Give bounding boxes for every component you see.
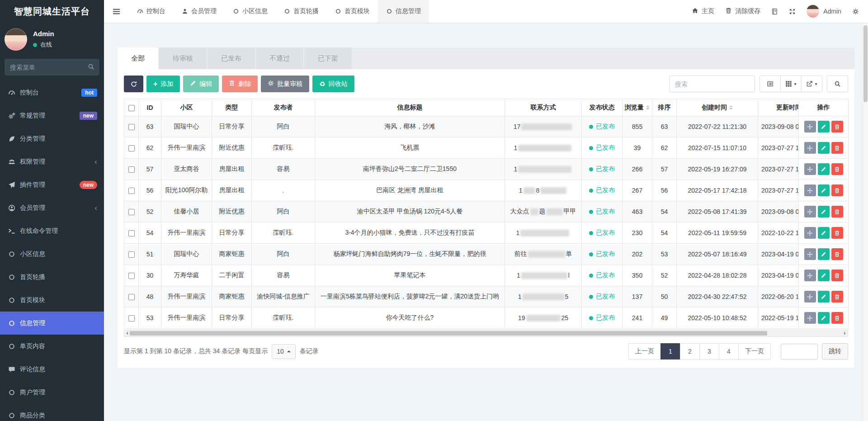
header-views[interactable]: 浏览量	[623, 99, 652, 116]
vertical-scrollbar[interactable]	[863, 23, 868, 421]
row-delete-button[interactable]	[831, 227, 843, 239]
row-delete-button[interactable]	[831, 248, 843, 260]
row-checkbox[interactable]	[128, 273, 135, 279]
row-edit-button[interactable]	[818, 312, 830, 324]
row-checkbox[interactable]	[128, 188, 135, 194]
avatar[interactable]	[5, 28, 27, 51]
row-edit-button[interactable]	[818, 227, 830, 239]
row-edit-button[interactable]	[818, 291, 830, 303]
page-number-button[interactable]: 3	[699, 343, 719, 360]
topbar-nav-item[interactable]: 会员管理	[174, 0, 225, 23]
row-checkbox[interactable]	[128, 166, 135, 173]
sidebar-item[interactable]: 首页轮播	[0, 265, 104, 289]
topbar-nav-item[interactable]: 小区信息	[225, 0, 276, 23]
row-delete-button[interactable]	[831, 163, 843, 175]
topbar-nav-item[interactable]: 首页轮播	[276, 0, 327, 23]
sidebar-item[interactable]: 单页内容	[0, 335, 104, 358]
docs-book-icon[interactable]	[771, 8, 778, 15]
header-title[interactable]: 信息标题	[315, 99, 505, 116]
sidebar-item[interactable]: 小区信息	[0, 242, 104, 265]
hamburger-menu-icon[interactable]	[104, 8, 129, 15]
row-delete-button[interactable]	[831, 312, 843, 324]
row-delete-button[interactable]	[831, 206, 843, 218]
page-number-button[interactable]: 1	[660, 343, 680, 360]
tab[interactable]: 不通过	[256, 47, 303, 69]
sidebar-item[interactable]: 首页模块	[0, 289, 104, 312]
row-delete-button[interactable]	[831, 184, 843, 196]
drag-move-button[interactable]	[804, 184, 816, 196]
sidebar-item[interactable]: 商品分类	[0, 404, 104, 421]
fullscreen-icon[interactable]	[789, 8, 796, 15]
add-button[interactable]: + 添加	[146, 76, 180, 92]
row-delete-button[interactable]	[831, 142, 843, 154]
recycle-bin-button[interactable]: ♻ 回收站	[312, 76, 354, 92]
delete-button[interactable]: 删除	[222, 76, 258, 92]
scrollbar-thumb[interactable]	[130, 331, 767, 336]
row-checkbox[interactable]	[128, 124, 135, 130]
next-page-button[interactable]: 下一页	[738, 343, 771, 360]
tab[interactable]: 待审核	[159, 47, 207, 69]
topbar-nav-item[interactable]: 控制台	[129, 0, 174, 23]
row-delete-button[interactable]	[831, 291, 843, 303]
sidebar-item[interactable]: 会员管理‹	[0, 196, 104, 219]
user-menu[interactable]: Admin	[807, 5, 841, 18]
prev-page-button[interactable]: 上一页	[628, 343, 661, 360]
page-number-button[interactable]: 4	[719, 343, 739, 360]
sidebar-item[interactable]: 权限管理‹	[0, 150, 104, 173]
batch-audit-button[interactable]: 批量审核	[261, 76, 309, 92]
header-id[interactable]: ID	[139, 99, 161, 116]
header-updated[interactable]: 更新时间	[758, 99, 799, 116]
drag-move-button[interactable]	[804, 121, 816, 132]
settings-cogs-icon[interactable]	[852, 8, 859, 15]
clear-cache-link[interactable]: 清除缓存	[725, 7, 760, 15]
scroll-right-arrow-icon[interactable]	[844, 331, 846, 335]
topbar-nav-item[interactable]: 信息管理	[378, 0, 429, 23]
detail-view-button[interactable]	[760, 76, 781, 92]
page-number-button[interactable]: 2	[680, 343, 700, 360]
columns-dropdown-button[interactable]: ▾	[780, 76, 802, 92]
row-edit-button[interactable]	[818, 142, 830, 154]
drag-move-button[interactable]	[804, 206, 816, 218]
tab[interactable]: 已发布	[208, 47, 255, 69]
sidebar-item[interactable]: 常规管理new	[0, 104, 104, 127]
drag-move-button[interactable]	[804, 248, 816, 260]
header-sort[interactable]: 排序	[652, 99, 677, 116]
header-community[interactable]: 小区	[161, 99, 212, 116]
jump-button[interactable]: 跳转	[822, 343, 848, 360]
refresh-button[interactable]	[124, 76, 143, 92]
drag-move-button[interactable]	[804, 270, 816, 281]
header-created[interactable]: 创建时间	[677, 99, 758, 116]
row-checkbox[interactable]	[128, 145, 135, 151]
header-contact[interactable]: 联系方式	[505, 99, 582, 116]
home-link[interactable]: 主页	[692, 7, 714, 15]
drag-move-button[interactable]	[804, 312, 816, 324]
drag-move-button[interactable]	[804, 163, 816, 175]
page-size-select[interactable]: 10	[272, 344, 296, 359]
drag-move-button[interactable]	[804, 142, 816, 154]
search-button[interactable]	[827, 76, 848, 92]
jump-page-input[interactable]	[781, 344, 818, 360]
sidebar-item[interactable]: 插件管理new	[0, 173, 104, 196]
sidebar-item[interactable]: 控制台hot	[0, 81, 104, 104]
topbar-nav-item[interactable]: 首页模块	[327, 0, 378, 23]
scrollbar-thumb[interactable]	[863, 25, 868, 102]
sort-icon[interactable]	[729, 105, 733, 110]
row-edit-button[interactable]	[818, 163, 830, 175]
sidebar-item[interactable]: 信息管理	[0, 312, 104, 335]
row-checkbox[interactable]	[128, 251, 135, 258]
scroll-left-arrow-icon[interactable]	[126, 331, 128, 335]
sidebar-item[interactable]: 评论信息	[0, 358, 104, 381]
sidebar-item[interactable]: 在线命令管理	[0, 219, 104, 242]
row-edit-button[interactable]	[818, 206, 830, 218]
sidebar-item[interactable]: 商户管理	[0, 381, 104, 404]
table-search-input[interactable]	[669, 76, 755, 92]
drag-move-button[interactable]	[804, 291, 816, 303]
row-edit-button[interactable]	[818, 184, 830, 196]
row-checkbox[interactable]	[128, 315, 135, 322]
tab[interactable]: 全部	[118, 47, 158, 69]
menu-search-input[interactable]	[5, 59, 99, 76]
horizontal-scrollbar[interactable]	[124, 330, 848, 337]
header-type[interactable]: 类型	[212, 99, 252, 116]
row-checkbox[interactable]	[128, 209, 135, 215]
row-edit-button[interactable]	[818, 270, 830, 281]
